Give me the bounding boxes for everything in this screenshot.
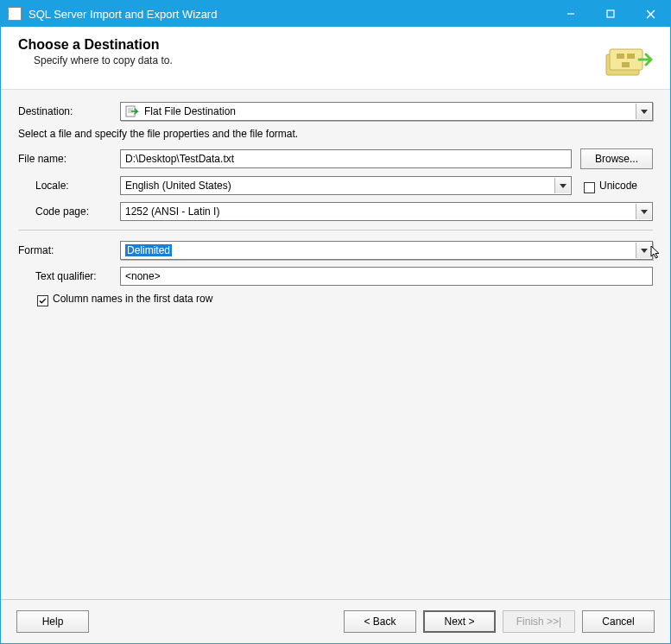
code-page-dropdown[interactable]: 1252 (ANSI - Latin I) — [120, 202, 653, 221]
svg-rect-1 — [607, 10, 614, 17]
text-qualifier-label: Text qualifier: — [18, 270, 120, 282]
wizard-header: Choose a Destination Specify where to co… — [1, 27, 670, 90]
destination-dropdown[interactable]: Flat File Destination — [120, 102, 653, 121]
wizard-content: Destination: Flat File Destination Selec… — [1, 90, 670, 599]
file-name-input[interactable] — [120, 149, 572, 168]
dropdown-arrow-icon — [554, 178, 570, 193]
code-page-value: 1252 (ANSI - Latin I) — [125, 205, 219, 218]
instruction-text: Select a file and specify the file prope… — [18, 128, 653, 140]
page-title: Choose a Destination — [18, 37, 601, 53]
locale-value: English (United States) — [125, 180, 231, 192]
dropdown-arrow-icon — [636, 104, 651, 119]
finish-button: Finish >>| — [503, 610, 575, 633]
text-qualifier-input[interactable] — [120, 267, 653, 286]
wizard-footer: Help < Back Next > Finish >>| Cancel — [1, 599, 670, 643]
locale-dropdown[interactable]: English (United States) — [120, 176, 572, 195]
minimize-button[interactable] — [551, 1, 591, 27]
code-page-label: Code page: — [18, 205, 120, 218]
col-names-checkbox[interactable] — [37, 295, 48, 306]
next-button[interactable]: Next > — [423, 610, 496, 633]
format-value: Delimited — [125, 244, 172, 256]
unicode-label: Unicode — [599, 180, 637, 192]
back-button[interactable]: < Back — [344, 610, 416, 633]
unicode-checkbox-wrap[interactable]: Unicode — [584, 180, 653, 192]
flat-file-icon — [125, 105, 139, 117]
close-button[interactable] — [630, 1, 670, 27]
svg-rect-8 — [622, 62, 630, 67]
browse-button[interactable]: Browse... — [580, 148, 653, 169]
page-subtitle: Specify where to copy data to. — [34, 54, 601, 66]
titlebar[interactable]: SQL Server Import and Export Wizard — [1, 1, 670, 27]
format-dropdown[interactable]: Delimited — [120, 241, 653, 260]
app-icon — [8, 7, 22, 21]
wizard-window: SQL Server Import and Export Wizard Choo… — [0, 0, 671, 644]
unicode-checkbox[interactable] — [584, 182, 595, 193]
svg-rect-6 — [617, 54, 624, 59]
destination-label: Destination: — [18, 105, 120, 117]
maximize-button[interactable] — [591, 1, 630, 27]
window-title: SQL Server Import and Export Wizard — [28, 8, 551, 21]
col-names-checkbox-wrap[interactable]: Column names in the first data row — [37, 293, 212, 305]
wizard-graphic-icon — [601, 37, 653, 80]
col-names-label: Column names in the first data row — [53, 293, 212, 305]
section-divider — [18, 230, 653, 230]
cancel-button[interactable]: Cancel — [582, 610, 655, 633]
locale-label: Locale: — [18, 180, 120, 192]
dropdown-arrow-icon — [636, 243, 651, 258]
help-button[interactable]: Help — [16, 610, 89, 633]
dropdown-arrow-icon — [636, 204, 651, 219]
file-name-label: File name: — [18, 153, 120, 165]
cursor-icon — [650, 245, 662, 261]
format-label: Format: — [18, 244, 120, 256]
svg-rect-7 — [627, 54, 635, 59]
destination-value: Flat File Destination — [144, 105, 236, 117]
